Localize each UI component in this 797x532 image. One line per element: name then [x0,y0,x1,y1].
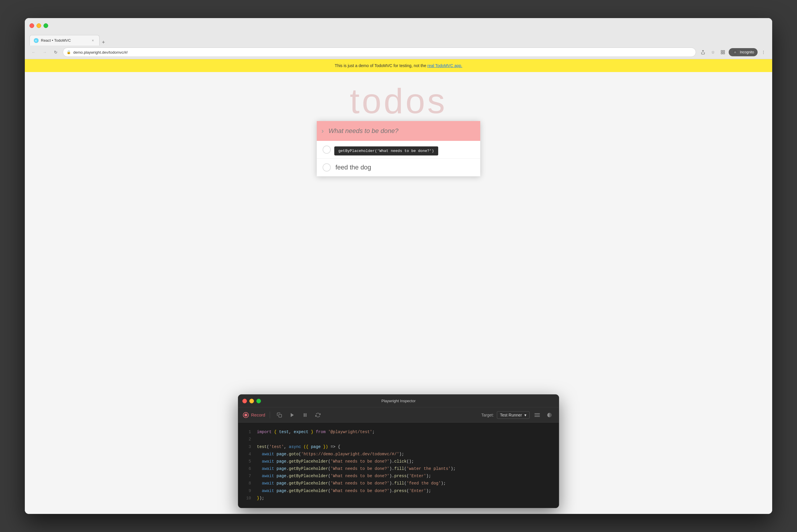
code-content-5: await page.getByPlaceholder('What needs … [257,458,414,465]
inspector-maximize-button[interactable] [256,399,261,403]
incognito-badge: Incognito [729,48,758,56]
svg-rect-5 [723,53,725,54]
code-content-6: await page.getByPlaceholder('What needs … [257,465,456,473]
code-content-4: await page.goto('https://demo.playwright… [257,451,404,458]
inspector-minimize-button[interactable] [249,399,254,403]
line-number-9: 9 [245,487,251,495]
line-number-3: 3 [245,443,251,451]
svg-rect-11 [306,413,307,417]
svg-rect-10 [304,413,305,417]
record-icon [243,412,249,418]
new-tab-button[interactable]: + [99,39,107,45]
copy-button[interactable] [275,411,284,420]
address-bar[interactable]: 🔒 demo.playwright.dev/todomvc/#/ [63,48,696,57]
browser-actions: ☆ Incognito [699,48,767,56]
todo-input-wrapper: › [317,121,480,141]
lock-icon: 🔒 [67,50,71,54]
pause-button[interactable] [301,411,310,420]
inspector-traffic-lights [242,399,261,403]
line-number-1: 1 [245,429,251,436]
share-button[interactable] [699,48,707,56]
target-select-arrow: ▾ [524,413,526,417]
inspector-toolbar: Record [238,407,559,423]
code-line-4: 4 await page.goto('https://demo.playwrig… [245,451,552,458]
code-content-9: await page.getByPlaceholder('What needs … [257,487,431,495]
todo-title: todos [350,81,447,121]
record-label: Record [251,413,265,417]
incognito-icon [732,49,738,55]
line-number-4: 4 [245,451,251,458]
line-number-10: 10 [245,495,251,502]
code-content-10: }); [257,495,264,502]
list-view-button[interactable] [532,411,542,420]
view-button[interactable] [719,48,727,56]
code-line-6: 6 await page.getByPlaceholder('What need… [245,465,552,473]
line-number-5: 5 [245,458,251,465]
target-label: Target: [482,413,494,417]
tab-close-button[interactable]: × [91,38,95,43]
address-text: demo.playwright.dev/todomvc/#/ [73,50,128,55]
target-section: Target: Test Runner ▾ [482,411,554,420]
svg-rect-3 [723,51,725,52]
code-line-3: 3 test('test', async ({ page }) => { [245,443,552,451]
target-select[interactable]: Test Runner ▾ [497,411,530,419]
browser-traffic-lights [30,23,48,28]
refresh-button[interactable] [313,411,323,420]
svg-rect-4 [721,53,723,54]
browser-maximize-button[interactable] [43,23,48,28]
code-content-2 [257,436,259,443]
browser-close-button[interactable] [30,23,34,28]
bookmark-button[interactable]: ☆ [709,48,717,56]
record-dot [244,414,247,417]
code-line-1: 1 import { test, expect } from '@playwri… [245,429,552,436]
svg-marker-9 [291,413,294,417]
tab-favicon: R [34,38,38,43]
list-item: feed the dog [317,159,480,176]
demo-banner: This is just a demo of TodoMVC for testi… [25,59,772,72]
address-bar-row: ← → ↻ 🔒 demo.playwright.dev/todomvc/#/ ☆ [25,45,772,59]
inspector-close-button[interactable] [242,399,247,403]
demo-banner-link[interactable]: real TodoMVC app. [428,63,463,68]
code-content-3: test('test', async ({ page }) => { [257,443,340,451]
incognito-label: Incognito [740,50,754,54]
code-content-1: import { test, expect } from '@playwrigh… [257,429,375,436]
svg-rect-8 [279,414,282,417]
code-line-10: 10 }); [245,495,552,502]
browser-content: This is just a demo of TodoMVC for testi… [25,59,772,514]
inspector-title-bar: Playwright Inspector [238,395,559,407]
code-content-7: await page.getByPlaceholder('What needs … [257,473,431,480]
code-line-7: 7 await page.getByPlaceholder('What need… [245,473,552,480]
todo-input-section: › getByPlaceholder('What needs to be don… [317,121,480,141]
todo-checkbox-1[interactable] [323,146,331,154]
browser-minimize-button[interactable] [36,23,41,28]
inspector-code-editor[interactable]: 1 import { test, expect } from '@playwri… [238,423,559,508]
browser-tabs-bar: R React • TodoMVC × + [25,33,772,45]
back-button[interactable]: ← [30,48,38,56]
code-line-5: 5 await page.getByPlaceholder('What need… [245,458,552,465]
todo-checkbox-2[interactable] [323,163,331,171]
todo-app: › getByPlaceholder('What needs to be don… [317,121,480,176]
code-line-9: 9 await page.getByPlaceholder('What need… [245,487,552,495]
theme-toggle-button[interactable] [545,411,554,420]
line-number-6: 6 [245,465,251,473]
todo-chevron-icon: › [322,127,324,135]
browser-tab[interactable]: R React • TodoMVC × [30,35,99,45]
line-number-2: 2 [245,436,251,443]
play-button[interactable] [288,411,297,420]
line-number-8: 8 [245,480,251,487]
tab-title: React • TodoMVC [41,38,88,43]
svg-point-7 [735,51,736,53]
playwright-inspector-window: Playwright Inspector Record [238,394,559,508]
forward-button[interactable]: → [40,48,49,56]
browser-chrome: R React • TodoMVC × + ← → ↻ 🔒 demo.playw… [25,18,772,59]
todo-item-text-2: feed the dog [336,164,371,171]
target-select-value: Test Runner [500,413,522,417]
record-button[interactable]: Record [243,412,265,418]
todo-input[interactable] [328,127,475,135]
svg-rect-2 [721,51,723,52]
menu-button[interactable]: ⋮ [759,48,767,56]
toolbar-divider-1 [270,412,270,419]
code-line-8: 8 await page.getByPlaceholder('What need… [245,480,552,487]
tooltip-bubble: getByPlaceholder('What needs to be done?… [334,147,438,155]
reload-button[interactable]: ↻ [52,48,60,56]
